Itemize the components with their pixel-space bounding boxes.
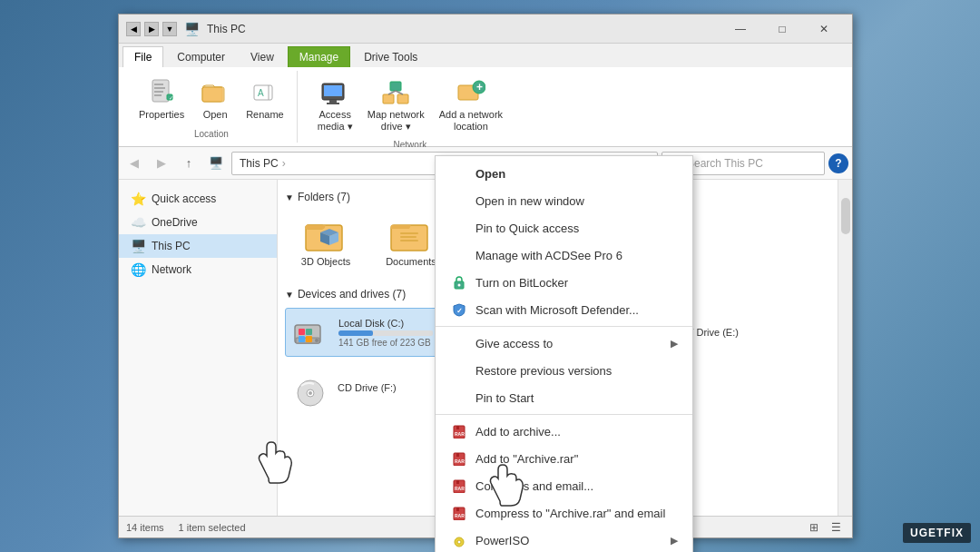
svg-text:✓: ✓: [456, 307, 463, 315]
add-network-label: Add a networklocation: [439, 109, 503, 133]
svg-rect-16: [383, 94, 394, 104]
svg-rect-32: [400, 240, 418, 242]
title-bar: ◀ ▶ ▼ 🖥️ This PC — □ ✕: [119, 15, 852, 44]
up-button[interactable]: ↑: [177, 152, 201, 175]
rename-button[interactable]: A Rename: [240, 74, 289, 124]
quickaccess-label: Quick access: [152, 192, 216, 205]
watermark: UGETFIX: [903, 523, 971, 543]
drive-f-name: CD Drive (F:): [338, 382, 434, 393]
drive-f[interactable]: CD Drive (F:): [285, 364, 439, 411]
folders-section-label: Folders (7): [298, 191, 350, 203]
access-media-label: Accessmedia ▾: [318, 109, 353, 133]
ctx-sep-1: [436, 326, 692, 327]
drives-chevron[interactable]: ▼: [285, 290, 294, 300]
help-button[interactable]: ?: [828, 153, 848, 173]
svg-rect-67: [456, 508, 459, 511]
tab-file[interactable]: File: [122, 46, 163, 67]
scrollbar-thumb[interactable]: [841, 198, 850, 234]
sidebar-item-network[interactable]: 🌐 Network: [119, 258, 277, 281]
scrollbar[interactable]: [838, 180, 852, 516]
folder-3dobjects[interactable]: 3D Objects: [285, 211, 367, 273]
ctx-sep-2: [436, 414, 692, 415]
drive-c-progress: [338, 330, 433, 336]
ctx-restore-icon: [450, 361, 468, 380]
details-view-button[interactable]: ☰: [827, 518, 845, 537]
minimize-button[interactable]: —: [720, 15, 761, 44]
ctx-add-archivenar[interactable]: RAR Add to "Archive.rar": [436, 445, 692, 472]
drives-section-label: Devices and drives (7): [298, 288, 406, 301]
ctx-defender[interactable]: ✓ Scan with Microsoft Defender...: [436, 296, 692, 323]
ribbon-group-network: Accessmedia ▾ Map networkdrive ▾: [305, 71, 515, 143]
map-network-button[interactable]: Map networkdrive ▾: [362, 74, 430, 136]
items-count: 14 items: [126, 522, 164, 533]
svg-rect-3: [154, 91, 163, 93]
tab-view[interactable]: View: [239, 46, 286, 67]
large-icons-view-button[interactable]: ⊞: [805, 518, 823, 537]
quick-access-icon-1[interactable]: ◀: [126, 22, 141, 36]
ctx-compress-email-icon: RAR: [450, 477, 468, 495]
location-group-label: Location: [194, 129, 229, 139]
ctx-pin-quick-label: Pin to Quick access: [475, 222, 678, 235]
close-button[interactable]: ✕: [803, 15, 845, 44]
tab-computer[interactable]: Computer: [165, 46, 237, 67]
open-button[interactable]: Open: [193, 74, 237, 124]
title-bar-icons: ◀ ▶ ▼: [126, 22, 177, 36]
svg-rect-17: [397, 94, 408, 104]
onedrive-label: OneDrive: [152, 216, 198, 229]
ctx-add-archive[interactable]: RAR Add to archive...: [436, 418, 692, 445]
ribbon-group-location: ✓ Properties Open: [126, 71, 298, 143]
tab-drive-tools[interactable]: Drive Tools: [352, 46, 429, 67]
ctx-defender-label: Scan with Microsoft Defender...: [475, 303, 678, 317]
sidebar: ⭐ Quick access ☁️ OneDrive 🖥️ This PC 🌐 …: [119, 180, 278, 516]
quick-access-icon-2[interactable]: ▶: [144, 22, 159, 36]
tab-manage[interactable]: Manage: [288, 46, 350, 67]
ctx-manage-acdsee[interactable]: Manage with ACDSee Pro 6: [436, 242, 692, 269]
drive-c[interactable]: Local Disk (C:) 141 GB free of 223 GB: [285, 308, 439, 357]
ctx-compress-email-label: Compress and email...: [475, 479, 678, 493]
ribbon-network-buttons: Accessmedia ▾ Map networkdrive ▾: [312, 74, 508, 136]
add-network-button[interactable]: + Add a networklocation: [434, 74, 508, 136]
address-path: This PC: [240, 157, 279, 170]
properties-button[interactable]: ✓ Properties: [133, 74, 190, 124]
ribbon: ✓ Properties Open: [119, 67, 852, 147]
maximize-button[interactable]: □: [761, 15, 803, 44]
ctx-open-label: Open: [475, 167, 678, 181]
sidebar-item-quickaccess[interactable]: ⭐ Quick access: [119, 187, 277, 211]
onedrive-icon: ☁️: [130, 214, 146, 231]
sidebar-item-onedrive[interactable]: ☁️ OneDrive: [119, 211, 277, 234]
drive-f-info: CD Drive (F:): [338, 382, 434, 393]
ctx-poweriso[interactable]: PowerISO ▶: [436, 527, 692, 552]
properties-icon: ✓: [147, 78, 176, 107]
ctx-pin-quick[interactable]: Pin to Quick access: [436, 214, 692, 242]
folders-chevron[interactable]: ▼: [285, 192, 294, 202]
ctx-bitlocker[interactable]: Turn on BitLocker: [436, 269, 692, 296]
back-button[interactable]: ◀: [122, 152, 146, 175]
rename-icon: A: [250, 78, 279, 107]
drive-c-info: Local Disk (C:) 141 GB free of 223 GB: [338, 318, 433, 348]
ctx-open-new-window[interactable]: Open in new window: [436, 187, 692, 214]
ctx-compress-archivenar[interactable]: RAR Compress to "Archive.rar" and email: [436, 499, 692, 527]
ctx-restore-versions[interactable]: Restore previous versions: [436, 357, 692, 384]
ctx-give-access[interactable]: Give access to ▶: [436, 330, 692, 357]
access-media-button[interactable]: Accessmedia ▾: [312, 74, 358, 136]
forward-button[interactable]: ▶: [150, 152, 173, 175]
ctx-compress-archivenar-label: Compress to "Archive.rar" and email: [475, 507, 678, 520]
thispc-icon: 🖥️: [130, 238, 146, 254]
ctx-open[interactable]: Open: [436, 160, 692, 187]
svg-rect-4: [154, 94, 162, 96]
map-network-icon: [381, 78, 410, 107]
properties-label: Properties: [139, 109, 184, 121]
ctx-pin-start-label: Pin to Start: [475, 391, 678, 405]
ctx-compress-archivenar-icon: RAR: [450, 504, 468, 522]
sidebar-item-thispc[interactable]: 🖥️ This PC: [119, 234, 277, 258]
ctx-poweriso-arrow: ▶: [671, 535, 678, 547]
svg-point-55: [458, 284, 461, 287]
ctx-pin-start[interactable]: Pin to Start: [436, 384, 692, 411]
ctx-compress-email[interactable]: RAR Compress and email...: [436, 472, 692, 499]
drive-c-space: 141 GB free of 223 GB: [338, 338, 433, 348]
quick-access-icon-3[interactable]: ▼: [162, 22, 177, 36]
svg-text:A: A: [258, 88, 264, 98]
open-label: Open: [203, 109, 228, 121]
address-separator: ›: [282, 157, 286, 170]
svg-line-19: [388, 91, 396, 94]
